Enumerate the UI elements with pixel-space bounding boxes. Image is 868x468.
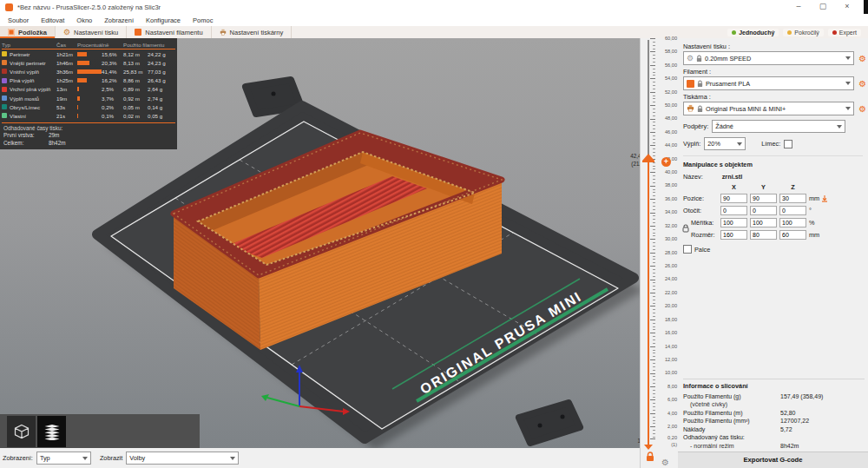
rotate-y-field[interactable] — [750, 206, 777, 215]
chevron-down-icon — [230, 457, 235, 460]
scale-z-field[interactable] — [779, 218, 806, 227]
chevron-down-icon — [837, 125, 842, 129]
slicing-info-title: Informace o slicování — [683, 382, 865, 390]
add-color-change-button[interactable]: + — [661, 157, 671, 167]
view-type-select[interactable]: Typ — [36, 452, 91, 465]
tab-podlozka[interactable]: Podložka — [0, 26, 56, 38]
menu-okno[interactable]: Okno — [70, 16, 98, 24]
tab-nastaveni-filamentu[interactable]: Nastavení filamentu — [127, 26, 211, 38]
feature-color-swatch — [2, 113, 7, 118]
inches-checkbox[interactable] — [683, 245, 692, 254]
axis-z-header: Z — [779, 183, 806, 191]
view-toggle-bar — [0, 414, 200, 448]
position-y-field[interactable] — [750, 194, 777, 203]
show-options-select[interactable]: Volby — [126, 452, 239, 465]
lock-icon[interactable] — [646, 452, 654, 462]
brim-checkbox[interactable] — [784, 140, 792, 148]
filament-used-m: Použito Filamentu (m)52,80 — [683, 409, 865, 418]
size-y-field[interactable] — [750, 230, 777, 240]
layers-icon — [43, 423, 62, 440]
3d-viewport[interactable]: ORIGINAL PRUSA MINI — [0, 38, 640, 448]
drop-to-bed-icon[interactable] — [821, 195, 828, 202]
export-gcode-button[interactable]: Exportovat G-code — [678, 452, 868, 468]
lock-icon — [696, 55, 702, 63]
mode-pokrocily[interactable]: Pokročilý — [783, 29, 823, 36]
tab-nastaveni-tisku[interactable]: ⚙ Nastavení tisku — [56, 26, 127, 38]
rotate-x-field[interactable] — [720, 206, 747, 215]
menu-konfigurace[interactable]: Konfigurace — [140, 16, 187, 24]
mode-jednoduchy[interactable]: Jednoduchý — [727, 29, 779, 36]
edit-printer-button[interactable]: ⚙ — [857, 103, 868, 115]
editor-view-button[interactable] — [7, 416, 36, 447]
ruler-label: 26,00 — [657, 263, 677, 268]
ruler-label: 44,00 — [657, 142, 677, 148]
size-z-field[interactable] — [779, 230, 806, 240]
ruler-label: 8,00 — [657, 384, 677, 389]
layer-slider-handle[interactable] — [642, 154, 654, 161]
maximize-button[interactable]: ▢ — [811, 0, 835, 14]
chevron-down-icon — [845, 82, 851, 85]
chevron-down-icon — [845, 107, 851, 110]
filament-icon — [135, 29, 141, 36]
ruler-label: 20,00 — [657, 303, 677, 308]
ruler-label: 54,00 — [657, 76, 677, 81]
layer-slider-track-upper[interactable] — [648, 40, 649, 155]
mode-switcher: Jednoduchý Pokročilý Expert — [727, 27, 861, 37]
mode-expert[interactable]: Expert — [828, 29, 861, 36]
infill-select[interactable]: 20% — [704, 137, 746, 150]
layer-slider-bottom-arrow[interactable] — [644, 445, 653, 450]
manipulation-title: Manipulace s objektem — [683, 161, 868, 168]
menu-editovat[interactable]: Editovat — [35, 16, 70, 24]
show-label: Zobrazit — [100, 454, 122, 462]
legend-rows: Perimetr1h21m15,6%8,12 m24,22 gVnější pe… — [0, 49, 177, 121]
gear-icon: ⚙ — [63, 29, 70, 36]
preview-view-button[interactable] — [37, 416, 66, 447]
layer-min-value: 0,20 — [657, 435, 677, 440]
size-x-field[interactable] — [720, 230, 747, 240]
uniform-scale-lock-icon[interactable] — [682, 224, 689, 233]
legend-row: Vnější perimetr1h46m20,3%8,13 m24,23 g — [0, 58, 177, 67]
menu-zobrazeni[interactable]: Zobrazení — [98, 16, 140, 24]
menu-soubor[interactable]: Soubor — [2, 16, 35, 24]
scale-y-field[interactable] — [750, 218, 777, 227]
feature-color-swatch — [2, 78, 7, 83]
scale-x-field[interactable] — [720, 218, 747, 227]
position-x-field[interactable] — [720, 194, 747, 203]
rotate-z-field[interactable] — [779, 206, 806, 215]
object-name-value: zrni.stl — [722, 173, 743, 181]
print-settings-select[interactable]: ⚙ 0.20mm SPEED — [683, 51, 854, 65]
ruler-label: 28,00 — [657, 250, 677, 255]
menubar: Soubor Editovat Okno Zobrazení Konfigura… — [0, 14, 868, 26]
ruler-label: 38,00 — [657, 182, 677, 188]
ruler-label: 16,00 — [657, 330, 677, 335]
layer-slider-track-lower[interactable] — [648, 161, 649, 446]
edit-filament-button[interactable]: ⚙ — [857, 78, 868, 89]
print-settings-label: Nastavení tisku : — [683, 43, 868, 50]
app-icon — [5, 3, 13, 11]
titlebar: *Bez názvu - PrusaSlicer-2.5.0 založený … — [0, 0, 868, 14]
total-time: Celkem:8h42m — [0, 138, 177, 146]
ruler-label: 50,00 — [657, 102, 677, 108]
screw-hole-icon — [538, 424, 542, 428]
axis-x-header: X — [720, 183, 747, 191]
position-z-field[interactable] — [779, 194, 806, 203]
bottom-bar: Zobrazení: Typ Zobrazit Volby — [0, 448, 642, 468]
edit-print-settings-button[interactable]: ⚙ — [857, 53, 868, 64]
filament-color-icon — [687, 80, 694, 88]
tab-nastaveni-tiskarny[interactable]: Nastavení tiskárny — [212, 26, 293, 38]
layer-min-index: (1) — [657, 442, 677, 447]
filament-select[interactable]: Prusament PLA — [683, 76, 854, 90]
minimize-button[interactable]: – — [786, 0, 811, 14]
ruler-label: 10,00 — [657, 370, 677, 375]
close-button[interactable]: × — [835, 0, 859, 14]
view-mode-label: Zobrazení: — [3, 454, 33, 462]
supports-select[interactable]: Žádné — [712, 120, 845, 133]
estimated-times-title: Odhadované časy tisku: — [0, 123, 177, 131]
red-dot-icon — [832, 30, 837, 35]
menu-pomoc[interactable]: Pomoc — [187, 16, 219, 24]
ruler-label: 58,00 — [657, 49, 677, 54]
print-legend: Typ Čas Procentuálně Použito filamentu P… — [0, 38, 177, 149]
slider-settings-gear-icon[interactable]: ⚙ — [661, 458, 669, 467]
printer-label: Tiskárna : — [683, 93, 868, 101]
printer-select[interactable]: Original Prusa MINI & MINI+ — [683, 102, 854, 115]
